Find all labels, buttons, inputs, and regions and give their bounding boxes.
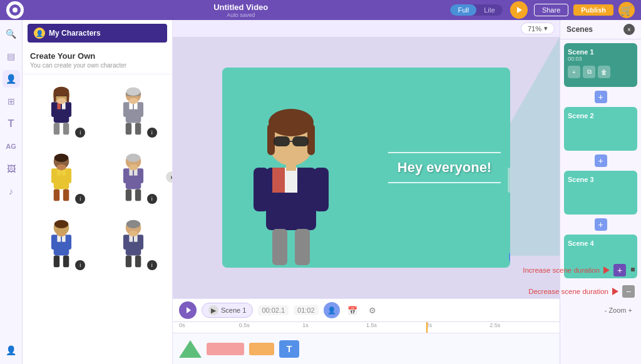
avatar-bottom-icon[interactable]: 👤 xyxy=(3,341,20,359)
publish-button[interactable]: Publish xyxy=(573,4,613,16)
svg-rect-21 xyxy=(138,102,143,117)
scene-selector[interactable]: ▶ Scene 1 xyxy=(202,303,253,318)
scene-add-after-1[interactable]: + xyxy=(595,91,607,103)
zoom-control[interactable]: 71% ▾ xyxy=(521,23,555,34)
scene-character-svg xyxy=(235,74,347,268)
characters-icon[interactable]: 👤 xyxy=(3,70,20,88)
cart-icon[interactable]: 🛒 xyxy=(618,2,635,18)
timeline-camera-icon[interactable]: ⚙ xyxy=(365,303,380,318)
character-figure-2: i xyxy=(108,83,158,139)
character-item-6[interactable]: i xyxy=(100,212,168,275)
mode-toggle: Full Lite xyxy=(450,4,502,16)
scene-add-after-3[interactable]: + xyxy=(595,218,607,231)
mode-lite-button[interactable]: Lite xyxy=(476,4,503,16)
canvas-area: 71% ▾ xyxy=(173,20,560,364)
main-scene-card: Hey everyone! xyxy=(222,68,510,268)
svg-rect-22 xyxy=(125,123,131,134)
svg-point-11 xyxy=(57,98,66,103)
character-item-4[interactable]: i xyxy=(100,146,168,208)
canvas-stage[interactable]: Hey everyone! xyxy=(173,37,560,298)
mode-full-button[interactable]: Full xyxy=(450,4,476,16)
timeline-avatar[interactable]: 👤 xyxy=(324,302,340,318)
timeline-ruler: 0s 0.5s 1s 1.5s 2s 2.5s xyxy=(173,321,560,333)
svg-point-24 xyxy=(128,98,138,103)
logo[interactable] xyxy=(6,1,24,19)
increase-duration-button[interactable]: + xyxy=(613,264,626,276)
character-figure-4: i xyxy=(108,149,158,205)
scene-1-delete[interactable]: 🗑 xyxy=(598,66,610,78)
timeline-calendar-icon[interactable]: 📅 xyxy=(345,303,360,318)
canvas-toolbar: 71% ▾ xyxy=(173,20,560,37)
svg-point-44 xyxy=(128,164,138,169)
ruler-25s: 2.5s xyxy=(490,322,500,328)
scene-play-icon: ▶ xyxy=(208,305,218,315)
scene-1-add[interactable]: + xyxy=(568,66,580,78)
track-bar-2[interactable] xyxy=(249,343,274,355)
character-item-5[interactable]: i xyxy=(28,212,96,275)
create-own-section: Create Your Own You can create your own … xyxy=(23,46,172,74)
decrease-duration-button[interactable]: − xyxy=(622,285,635,298)
svg-point-34 xyxy=(57,164,66,169)
music-icon[interactable]: ♪ xyxy=(3,183,20,200)
scenes-panel: Scenes × Scene 1 00:03 + ⧉ 🗑 + Scene 2 +… xyxy=(560,20,641,364)
scene-main-text: Hey everyone! xyxy=(388,159,501,176)
character-item-1[interactable]: i xyxy=(28,79,96,142)
svg-rect-50 xyxy=(51,235,56,250)
svg-rect-51 xyxy=(67,235,72,250)
character-item-3[interactable]: i xyxy=(28,146,96,208)
scene-resize-handle[interactable] xyxy=(508,168,510,193)
scene-1-actions: + ⧉ 🗑 xyxy=(568,66,633,78)
search-icon[interactable]: 🔍 xyxy=(3,25,20,43)
ruler-05s: 0.5s xyxy=(239,322,250,328)
scene-1-copy[interactable]: ⧉ xyxy=(583,66,595,78)
layout-icon[interactable]: ⊞ xyxy=(3,93,20,110)
svg-rect-52 xyxy=(54,255,59,267)
svg-point-55 xyxy=(54,220,69,228)
svg-rect-80 xyxy=(272,229,287,265)
scene-anchor-handle[interactable] xyxy=(509,253,510,261)
character-panel: 👤 My Characters Create Your Own You can … xyxy=(23,20,173,364)
scene-thumb-3[interactable]: Scene 3 xyxy=(564,171,637,215)
ag-icon[interactable]: AG xyxy=(3,138,20,155)
user-icon: 👤 xyxy=(34,28,45,39)
svg-rect-9 xyxy=(54,123,59,134)
time-current: 00:02.1 xyxy=(258,305,289,315)
character-grid: i xyxy=(23,74,172,280)
svg-rect-13 xyxy=(54,93,56,102)
svg-rect-32 xyxy=(54,189,59,201)
share-button[interactable]: Share xyxy=(534,4,568,16)
my-characters-label: My Characters xyxy=(49,29,101,38)
svg-rect-33 xyxy=(63,189,69,201)
svg-point-64 xyxy=(128,230,138,236)
scene-character xyxy=(235,74,347,268)
character-panel-expand[interactable]: › xyxy=(166,171,173,183)
character-badge-6: i xyxy=(147,260,157,270)
create-own-subtitle: You can create your own character xyxy=(30,62,165,69)
svg-rect-14 xyxy=(67,93,69,102)
image-icon[interactable]: 🖼 xyxy=(3,160,20,178)
scenes-close-button[interactable]: × xyxy=(623,24,635,35)
svg-rect-8 xyxy=(67,102,72,117)
character-item-2[interactable]: i xyxy=(100,79,168,142)
svg-rect-78 xyxy=(292,136,309,146)
preview-play-button[interactable] xyxy=(510,1,528,19)
character-badge-3: i xyxy=(75,194,85,204)
svg-point-65 xyxy=(126,220,140,228)
character-figure-6: i xyxy=(108,215,158,271)
svg-rect-10 xyxy=(63,123,69,134)
scene-add-after-2[interactable]: + xyxy=(595,154,607,167)
track-bar-1[interactable] xyxy=(207,343,244,355)
character-badge-2: i xyxy=(147,128,157,138)
scene-thumb-2[interactable]: Scene 2 xyxy=(564,107,637,151)
scene-thumb-1[interactable]: Scene 1 00:03 + ⧉ 🗑 xyxy=(564,43,637,87)
my-characters-header[interactable]: 👤 My Characters xyxy=(28,24,167,43)
scene-2-label: Scene 2 xyxy=(568,112,633,119)
timeline-play-button[interactable] xyxy=(179,301,197,319)
track-shape-element[interactable] xyxy=(179,340,202,358)
sidebar-icon-2[interactable]: ▤ xyxy=(3,48,20,65)
text-icon[interactable]: T xyxy=(3,115,20,133)
track-text-block[interactable]: T xyxy=(279,340,299,358)
svg-rect-31 xyxy=(67,168,72,183)
svg-point-54 xyxy=(57,230,66,236)
scene-thumb-4[interactable]: Scene 4 xyxy=(564,235,637,278)
